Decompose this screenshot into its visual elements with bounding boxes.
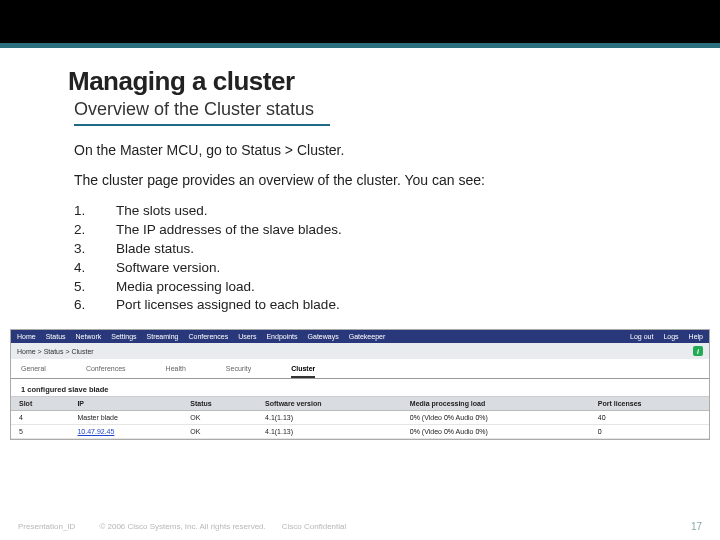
- tab-conferences[interactable]: Conferences: [86, 365, 126, 378]
- nav-settings[interactable]: Settings: [111, 333, 136, 340]
- cell-load: 0% (Video 0% Audio 0%): [402, 425, 590, 439]
- col-load: Media processing load: [402, 397, 590, 411]
- tab-health[interactable]: Health: [166, 365, 186, 378]
- cell-status: OK: [182, 411, 257, 425]
- cell-ip: Master blade: [69, 411, 182, 425]
- cell-ports: 40: [590, 411, 709, 425]
- table-row: 4 Master blade OK 4.1(1.13) 0% (Video 0%…: [11, 411, 709, 425]
- page-number: 17: [691, 521, 702, 532]
- list-item: 2.The IP addresses of the slave blades.: [74, 221, 700, 240]
- slide-footer: Presentation_ID © 2006 Cisco Systems, In…: [0, 521, 720, 532]
- section-title: 1 configured slave blade: [11, 379, 709, 397]
- list-item: 4.Software version.: [74, 259, 700, 278]
- nav-gateways[interactable]: Gateways: [308, 333, 339, 340]
- cluster-table: Slot IP Status Software version Media pr…: [11, 397, 709, 439]
- list-item: 6.Port licenses assigned to each blade.: [74, 296, 700, 315]
- cell-ip-link[interactable]: 10.47.92.45: [77, 428, 114, 435]
- col-slot: Slot: [11, 397, 69, 411]
- cell-load: 0% (Video 0% Audio 0%): [402, 411, 590, 425]
- slide-body: Managing a cluster Overview of the Clust…: [0, 48, 720, 315]
- list-item-text: Software version.: [116, 259, 220, 278]
- title-bar: [0, 0, 720, 48]
- numbered-list: 1.The slots used. 2.The IP addresses of …: [74, 202, 700, 315]
- embedded-screenshot: Home Status Network Settings Streaming C…: [10, 329, 710, 440]
- paragraph-1: On the Master MCU, go to Status > Cluste…: [74, 142, 700, 158]
- cell-sw: 4.1(1.13): [257, 411, 402, 425]
- cell-slot: 4: [11, 411, 69, 425]
- list-item-text: The IP addresses of the slave blades.: [116, 221, 342, 240]
- info-icon[interactable]: i: [693, 346, 703, 356]
- tab-security[interactable]: Security: [226, 365, 251, 378]
- nav-logout[interactable]: Log out: [630, 333, 653, 340]
- col-ports: Port licenses: [590, 397, 709, 411]
- nav-conferences[interactable]: Conferences: [188, 333, 228, 340]
- list-item-text: The slots used.: [116, 202, 208, 221]
- confidential-label: Cisco Confidential: [282, 522, 346, 531]
- presentation-id: Presentation_ID: [18, 522, 75, 531]
- list-item-text: Blade status.: [116, 240, 194, 259]
- table-header-row: Slot IP Status Software version Media pr…: [11, 397, 709, 411]
- cell-slot: 5: [11, 425, 69, 439]
- breadcrumb: Home > Status > Cluster i: [11, 343, 709, 359]
- breadcrumb-text: Home > Status > Cluster: [17, 348, 94, 355]
- nav-users[interactable]: Users: [238, 333, 256, 340]
- list-item-text: Port licenses assigned to each blade.: [116, 296, 340, 315]
- nav-status[interactable]: Status: [46, 333, 66, 340]
- cell-status: OK: [182, 425, 257, 439]
- accent-line: [74, 124, 330, 126]
- list-item-text: Media processing load.: [116, 278, 255, 297]
- slide-subtitle: Overview of the Cluster status: [74, 99, 700, 120]
- copyright: © 2006 Cisco Systems, Inc. All rights re…: [99, 522, 265, 531]
- nav-streaming[interactable]: Streaming: [147, 333, 179, 340]
- col-status: Status: [182, 397, 257, 411]
- cell-sw: 4.1(1.13): [257, 425, 402, 439]
- list-item: 3.Blade status.: [74, 240, 700, 259]
- tab-cluster[interactable]: Cluster: [291, 365, 315, 378]
- cell-ports: 0: [590, 425, 709, 439]
- nav-help[interactable]: Help: [689, 333, 703, 340]
- table-row: 5 10.47.92.45 OK 4.1(1.13) 0% (Video 0% …: [11, 425, 709, 439]
- list-item: 1.The slots used.: [74, 202, 700, 221]
- nav-endpoints[interactable]: Endpoints: [266, 333, 297, 340]
- slide-title: Managing a cluster: [68, 66, 700, 97]
- nav-network[interactable]: Network: [76, 333, 102, 340]
- paragraph-2: The cluster page provides an overview of…: [74, 172, 700, 188]
- nav-gatekeeper[interactable]: Gatekeeper: [349, 333, 386, 340]
- list-item: 5.Media processing load.: [74, 278, 700, 297]
- nav-home[interactable]: Home: [17, 333, 36, 340]
- col-ip: IP: [69, 397, 182, 411]
- app-navbar: Home Status Network Settings Streaming C…: [11, 330, 709, 343]
- tab-bar: General Conferences Health Security Clus…: [11, 359, 709, 379]
- nav-logs[interactable]: Logs: [663, 333, 678, 340]
- tab-general[interactable]: General: [21, 365, 46, 378]
- col-software: Software version: [257, 397, 402, 411]
